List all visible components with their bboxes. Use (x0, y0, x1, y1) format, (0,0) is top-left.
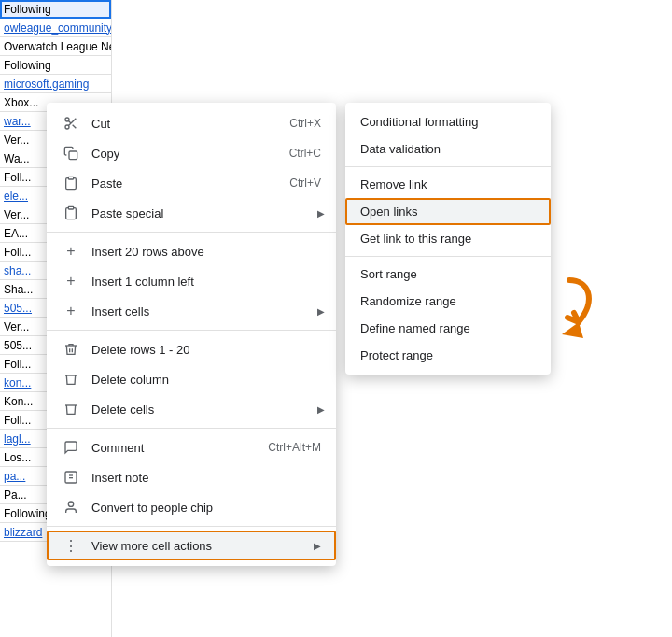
submenu-arrow-icon: ▶ (314, 541, 321, 551)
menu-item-cut[interactable]: Cut Ctrl+X (47, 108, 336, 138)
menu-item-sort-range[interactable]: Sort range (345, 261, 551, 288)
cell-row-2[interactable]: owleague_community (0, 19, 111, 37)
divider-right-2 (345, 256, 551, 257)
menu-item-insert-rows-label: Insert 20 rows above (91, 245, 204, 259)
menu-item-delete-rows[interactable]: Delete rows 1 - 20 (47, 334, 336, 364)
svg-line-4 (68, 120, 71, 123)
menu-item-remove-link-label: Remove link (360, 177, 427, 191)
svg-rect-6 (68, 177, 73, 179)
insert-rows-icon: + (62, 242, 80, 261)
menu-item-cut-shortcut: Ctrl+X (289, 117, 321, 130)
menu-item-delete-cells[interactable]: Delete cells (47, 394, 336, 424)
menu-item-insert-col-label: Insert 1 column left (91, 275, 194, 289)
menu-item-protect-range-label: Protect range (360, 348, 433, 362)
menu-item-delete-cells-label: Delete cells (91, 403, 154, 417)
menu-item-paste[interactable]: Paste Ctrl+V (47, 168, 336, 198)
menu-item-define-named-range[interactable]: Define named range (345, 315, 551, 342)
menu-item-protect-range[interactable]: Protect range (345, 342, 551, 369)
menu-item-define-named-range-label: Define named range (360, 321, 470, 335)
note-icon (62, 468, 80, 487)
menu-item-paste-shortcut: Ctrl+V (289, 177, 321, 190)
menu-item-more-actions-label: View more cell actions (91, 539, 212, 553)
insert-cells-icon: + (62, 302, 80, 320)
menu-item-delete-col-label: Delete column (91, 373, 169, 387)
svg-rect-7 (68, 206, 73, 209)
context-menu-right: Conditional formatting Data validation R… (345, 103, 551, 375)
menu-item-paste-special[interactable]: Paste special (47, 198, 336, 228)
menu-item-insert-note-label: Insert note (91, 471, 148, 485)
divider-2 (47, 330, 336, 331)
menu-item-remove-link[interactable]: Remove link (345, 171, 551, 198)
menu-item-data-validation[interactable]: Data validation (345, 135, 551, 163)
menu-item-paste-special-label: Paste special (91, 206, 163, 220)
divider-4 (47, 526, 336, 527)
svg-point-1 (65, 125, 69, 129)
menu-item-paste-label: Paste (91, 177, 122, 191)
menu-item-open-links-label: Open links (360, 205, 417, 219)
cell-following-1[interactable]: Following (0, 0, 111, 19)
insert-col-icon: + (62, 272, 80, 290)
delete-cells-icon (62, 400, 80, 418)
menu-item-get-link[interactable]: Get link to this range (345, 225, 551, 252)
people-icon (62, 498, 80, 517)
menu-item-data-validation-label: Data validation (360, 142, 441, 156)
svg-rect-5 (69, 151, 77, 160)
divider-right-1 (345, 166, 551, 167)
menu-item-people-chip-label: Convert to people chip (91, 501, 213, 515)
cell-row-5[interactable]: microsoft.gaming (0, 75, 111, 93)
menu-item-insert-rows[interactable]: + Insert 20 rows above (47, 236, 336, 266)
divider-1 (47, 232, 336, 233)
menu-item-people-chip[interactable]: Convert to people chip (47, 492, 336, 522)
menu-item-sort-range-label: Sort range (360, 267, 417, 281)
menu-item-get-link-label: Get link to this range (360, 232, 471, 246)
menu-item-conditional-formatting[interactable]: Conditional formatting (345, 108, 551, 135)
comment-icon (62, 438, 80, 457)
svg-point-11 (68, 502, 73, 506)
menu-item-more-actions[interactable]: ⋮ View more cell actions ▶ (47, 531, 336, 560)
menu-item-copy-shortcut: Ctrl+C (289, 147, 321, 160)
menu-item-insert-cells[interactable]: + Insert cells (47, 296, 336, 326)
context-menu-left: Cut Ctrl+X Copy Ctrl+C Paste Ctrl+V (47, 103, 336, 566)
delete-col-icon (62, 370, 80, 389)
menu-item-insert-note[interactable]: Insert note (47, 462, 336, 492)
paste-icon (62, 174, 80, 192)
menu-item-randomize-range-label: Randomize range (360, 294, 456, 308)
menu-item-copy[interactable]: Copy Ctrl+C (47, 138, 336, 168)
svg-point-0 (65, 118, 69, 121)
menu-item-conditional-formatting-label: Conditional formatting (360, 115, 478, 129)
menu-item-insert-cells-label: Insert cells (91, 304, 149, 318)
cell-row-3[interactable]: Overwatch League News! (0, 37, 111, 56)
delete-rows-icon (62, 340, 80, 359)
cell-row-4[interactable]: Following (0, 56, 111, 75)
paste-special-icon (62, 204, 80, 222)
copy-icon (62, 144, 80, 163)
menu-item-insert-col[interactable]: + Insert 1 column left (47, 266, 336, 296)
menu-item-cut-label: Cut (91, 117, 110, 131)
menu-item-open-links[interactable]: Open links (345, 198, 551, 225)
scissors-icon (62, 114, 80, 133)
menu-item-comment[interactable]: Comment Ctrl+Alt+M (47, 432, 336, 462)
menu-item-delete-col[interactable]: Delete column (47, 364, 336, 394)
divider-3 (47, 428, 336, 429)
menu-item-delete-rows-label: Delete rows 1 - 20 (91, 343, 190, 357)
menu-item-comment-label: Comment (91, 441, 144, 455)
menu-item-copy-label: Copy (91, 147, 119, 161)
menu-item-randomize-range[interactable]: Randomize range (345, 288, 551, 315)
menu-item-comment-shortcut: Ctrl+Alt+M (268, 441, 321, 454)
svg-line-3 (73, 125, 77, 129)
more-actions-icon: ⋮ (62, 536, 80, 555)
